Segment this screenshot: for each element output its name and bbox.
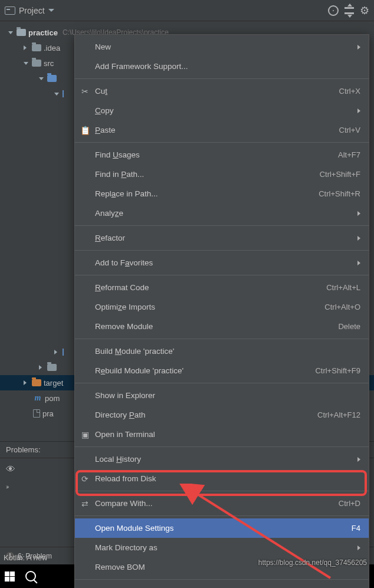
menu-label: Reload from Disk — [95, 474, 156, 483]
menu-label: Add to Favorites — [95, 258, 153, 267]
folder-icon — [32, 44, 41, 51]
expand-arrow-icon[interactable] — [54, 91, 60, 97]
menu-copy[interactable]: Copy — [75, 101, 369, 120]
submenu-arrow-icon — [357, 45, 360, 50]
windows-start-button[interactable] — [5, 571, 15, 582]
menu-add-framework[interactable]: Add Framework Support... — [75, 57, 369, 76]
menu-label: Open in Terminal — [95, 430, 155, 439]
menu-label: Paste — [95, 126, 116, 134]
menu-compare-with[interactable]: ⇄ Compare With...Ctrl+D — [75, 494, 369, 513]
menu-reformat-code[interactable]: Reformat CodeCtrl+Alt+L — [75, 278, 369, 297]
menu-label: Refactor — [95, 234, 125, 242]
submenu-arrow-icon — [357, 546, 360, 550]
menu-separator — [75, 579, 369, 580]
shortcut: Ctrl+Alt+L — [326, 283, 360, 292]
menu-separator — [75, 491, 369, 491]
menu-label: Build Module 'practice' — [95, 347, 174, 356]
tree-label: src — [44, 59, 54, 68]
menu-separator — [75, 515, 369, 516]
menu-label: Replace in Path... — [95, 189, 158, 198]
menu-replace-in-path[interactable]: Replace in Path...Ctrl+Shift+R — [75, 184, 369, 203]
project-title: Project — [19, 6, 45, 15]
expand-all-icon[interactable] — [345, 7, 354, 14]
expand-arrow-icon[interactable] — [39, 75, 45, 81]
menu-analyze[interactable]: Analyze — [75, 203, 369, 223]
submenu-arrow-icon — [357, 457, 360, 462]
menu-separator — [75, 250, 369, 251]
folder-icon — [32, 60, 41, 67]
locate-icon[interactable] — [328, 5, 339, 16]
project-panel-header: Project ⚙ — [0, 0, 374, 21]
menu-cut[interactable]: ✂ CutCtrl+X — [75, 81, 369, 101]
menu-label: Remove BOM — [95, 563, 145, 571]
project-icon — [5, 6, 15, 15]
menu-optimize-imports[interactable]: Optimize ImportsCtrl+Alt+O — [75, 297, 369, 317]
menu-label: Add Framework Support... — [95, 62, 188, 71]
expand-arrow-icon[interactable] — [24, 60, 29, 66]
menu-paste[interactable]: 📋 PasteCtrl+V — [75, 120, 369, 140]
menu-label: New — [95, 42, 111, 51]
folder-icon — [32, 379, 41, 386]
paste-icon: 📋 — [80, 125, 90, 136]
menu-label: Rebuild Module 'practice' — [95, 366, 183, 375]
shortcut: Ctrl+Shift+F — [320, 170, 360, 179]
search-icon[interactable] — [25, 571, 36, 582]
menu-separator — [75, 275, 369, 275]
expand-arrow-icon[interactable] — [54, 349, 60, 355]
shortcut: Ctrl+D — [339, 499, 360, 508]
gear-icon[interactable]: ⚙ — [360, 4, 369, 17]
tree-label: practice — [28, 28, 58, 37]
maven-icon: m — [33, 394, 42, 402]
reload-icon: ⟳ — [80, 474, 90, 484]
kotlin-notification: Kotlin: A new — [4, 553, 47, 562]
menu-build-module[interactable]: Build Module 'practice' — [75, 341, 369, 361]
menu-directory-path[interactable]: Directory PathCtrl+Alt+F12 — [75, 405, 369, 425]
menu-find-usages[interactable]: Find UsagesAlt+F7 — [75, 145, 369, 165]
menu-rebuild-module[interactable]: Rebuild Module 'practice'Ctrl+Shift+F9 — [75, 361, 369, 380]
shortcut: Ctrl+V — [339, 126, 360, 134]
chevron-down-icon — [48, 9, 54, 12]
tree-label: pra — [42, 409, 54, 418]
package-icon — [63, 90, 66, 97]
menu-separator — [75, 446, 369, 447]
menu-show-in-explorer[interactable]: Show in Explorer — [75, 386, 369, 405]
menu-add-favorites[interactable]: Add to Favorites — [75, 253, 369, 272]
menu-label: Open Module Settings — [95, 524, 174, 533]
menu-label: Find Usages — [95, 150, 140, 159]
project-selector[interactable]: Project — [5, 6, 54, 15]
shortcut: Ctrl+Alt+O — [324, 303, 360, 311]
menu-label: Reformat Code — [95, 283, 149, 292]
menu-refactor[interactable]: Refactor — [75, 228, 369, 248]
menu-open-module-settings[interactable]: Open Module SettingsF4 — [75, 518, 369, 538]
menu-separator — [75, 78, 369, 79]
file-icon — [33, 409, 40, 418]
menu-find-in-path[interactable]: Find in Path...Ctrl+Shift+F — [75, 165, 369, 184]
context-menu: New Add Framework Support... ✂ CutCtrl+X… — [74, 34, 369, 588]
tree-label: target — [44, 379, 63, 387]
shortcut: Ctrl+X — [339, 87, 360, 96]
menu-open-in-terminal[interactable]: ▣ Open in Terminal — [75, 425, 369, 444]
shortcut: Ctrl+Shift+R — [319, 189, 360, 198]
menu-remove-module[interactable]: Remove ModuleDelete — [75, 317, 369, 336]
menu-mark-directory-as[interactable]: Mark Directory as — [75, 538, 369, 557]
folder-icon — [47, 364, 57, 371]
menu-label: Cut — [95, 87, 107, 96]
tree-label: pom — [45, 394, 60, 403]
folder-icon — [17, 29, 26, 36]
expand-arrow-icon[interactable] — [8, 29, 14, 35]
submenu-arrow-icon — [357, 211, 360, 216]
expand-arrow-icon[interactable] — [39, 364, 45, 370]
menu-reload-from-disk[interactable]: ⟳ Reload from Disk — [75, 469, 369, 488]
watermark: https://blog.csdn.net/qq_37456205 — [258, 559, 367, 567]
menu-separator — [75, 225, 369, 226]
menu-new[interactable]: New — [75, 37, 369, 57]
menu-label: Optimize Imports — [95, 303, 155, 311]
expand-arrow-icon[interactable] — [24, 45, 29, 51]
menu-separator — [75, 339, 369, 339]
menu-local-history[interactable]: Local History — [75, 449, 369, 469]
menu-label: Analyze — [95, 209, 123, 218]
shortcut: F4 — [352, 524, 360, 533]
expand-arrow-icon[interactable] — [24, 380, 29, 386]
menu-create-gist[interactable]: ◯ Create Gist... — [75, 582, 369, 588]
menu-label: Show in Explorer — [95, 391, 155, 400]
